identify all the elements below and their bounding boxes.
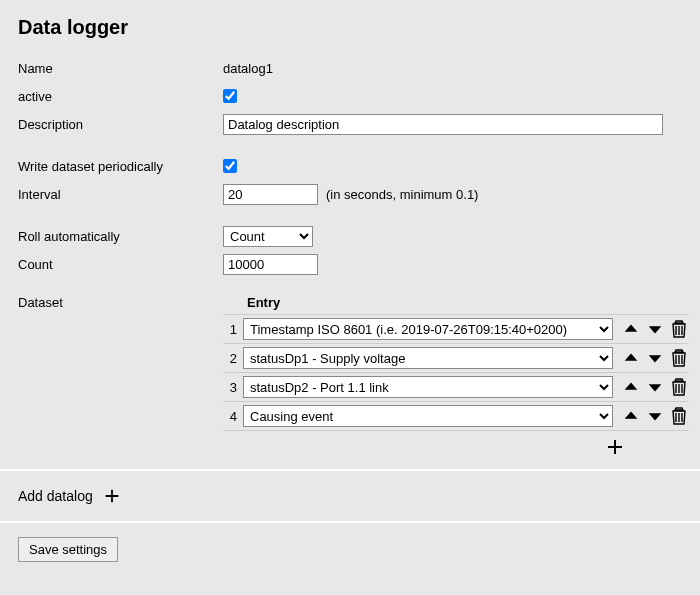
delete-icon[interactable] bbox=[669, 377, 689, 397]
entry-select[interactable]: statusDp2 - Port 1.1 link bbox=[243, 376, 613, 398]
dataset-label: Dataset bbox=[18, 293, 223, 463]
entry-index: 2 bbox=[223, 351, 243, 366]
interval-label: Interval bbox=[18, 187, 223, 202]
active-label: active bbox=[18, 89, 223, 104]
move-down-icon[interactable] bbox=[645, 319, 665, 339]
dataset-row: 4Causing event bbox=[223, 401, 689, 431]
move-up-icon[interactable] bbox=[621, 377, 641, 397]
interval-input[interactable] bbox=[223, 184, 318, 205]
move-down-icon[interactable] bbox=[645, 348, 665, 368]
entry-header: Entry bbox=[223, 293, 689, 314]
move-up-icon[interactable] bbox=[621, 319, 641, 339]
dataset-row: 3statusDp2 - Port 1.1 link bbox=[223, 372, 689, 401]
move-up-icon[interactable] bbox=[621, 406, 641, 426]
dataset-row: 1Timestamp ISO 8601 (i.e. 2019-07-26T09:… bbox=[223, 314, 689, 343]
move-up-icon[interactable] bbox=[621, 348, 641, 368]
active-checkbox[interactable] bbox=[223, 89, 237, 103]
name-label: Name bbox=[18, 61, 223, 76]
entry-select[interactable]: statusDp1 - Supply voltage bbox=[243, 347, 613, 369]
write-periodic-checkbox[interactable] bbox=[223, 159, 237, 173]
count-input[interactable] bbox=[223, 254, 318, 275]
name-value: datalog1 bbox=[223, 61, 273, 76]
entry-select[interactable]: Timestamp ISO 8601 (i.e. 2019-07-26T09:1… bbox=[243, 318, 613, 340]
add-datalog-label: Add datalog bbox=[18, 488, 93, 504]
roll-auto-select[interactable]: Count bbox=[223, 226, 313, 247]
save-button[interactable]: Save settings bbox=[18, 537, 118, 562]
add-datalog-button[interactable] bbox=[103, 487, 127, 505]
roll-auto-label: Roll automatically bbox=[18, 229, 223, 244]
dataset-row: 2statusDp1 - Supply voltage bbox=[223, 343, 689, 372]
write-periodic-label: Write dataset periodically bbox=[18, 159, 223, 174]
description-input[interactable] bbox=[223, 114, 663, 135]
delete-icon[interactable] bbox=[669, 319, 689, 339]
add-entry-button[interactable] bbox=[605, 437, 629, 457]
interval-hint: (in seconds, minimum 0.1) bbox=[326, 187, 478, 202]
delete-icon[interactable] bbox=[669, 406, 689, 426]
entry-index: 4 bbox=[223, 409, 243, 424]
entry-index: 3 bbox=[223, 380, 243, 395]
delete-icon[interactable] bbox=[669, 348, 689, 368]
entry-index: 1 bbox=[223, 322, 243, 337]
description-label: Description bbox=[18, 117, 223, 132]
page-title: Data logger bbox=[18, 16, 682, 39]
move-down-icon[interactable] bbox=[645, 406, 665, 426]
entry-select[interactable]: Causing event bbox=[243, 405, 613, 427]
move-down-icon[interactable] bbox=[645, 377, 665, 397]
count-label: Count bbox=[18, 257, 223, 272]
